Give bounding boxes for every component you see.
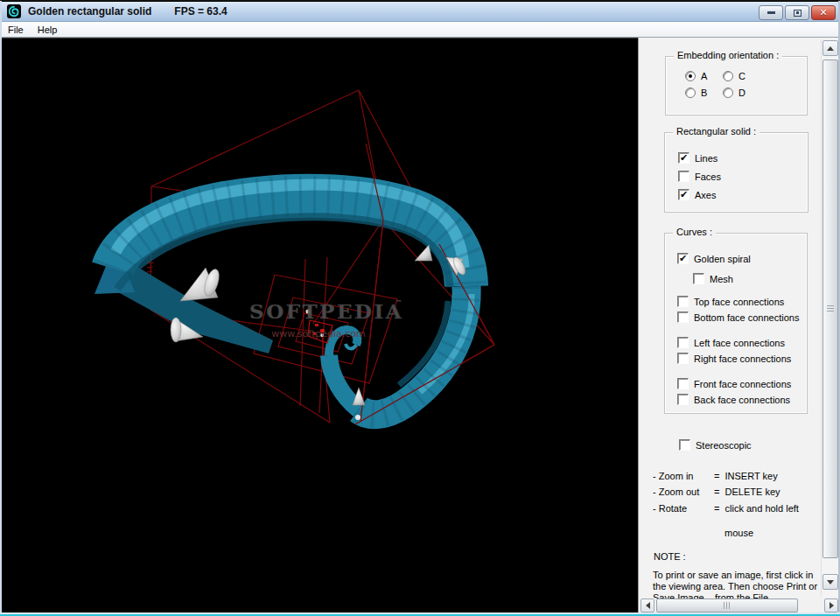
checkbox-row-left-face[interactable]: Left face connections bbox=[677, 337, 785, 348]
checkbox-label: Front face connections bbox=[694, 379, 791, 389]
checkbox-label: Mesh bbox=[710, 274, 733, 284]
radio-row-d[interactable]: D bbox=[723, 88, 746, 98]
group-title: Embedding orientation : bbox=[674, 50, 782, 60]
radio-orientation-a[interactable] bbox=[685, 71, 696, 81]
checkbox-golden-spiral[interactable] bbox=[677, 253, 689, 264]
checkbox-row-top-face[interactable]: Top face connections bbox=[677, 296, 784, 307]
note-line: To print or save an image, first click i… bbox=[653, 570, 826, 581]
group-title: Rectangular solid : bbox=[673, 126, 760, 136]
viewing-area[interactable]: SOFTPEDIA ™ www.softpedia.com bbox=[2, 38, 638, 613]
checkbox-label: Bottom face connections bbox=[694, 312, 799, 323]
radio-row-a[interactable]: A bbox=[685, 71, 707, 81]
group-embedding-orientation: Embedding orientation : A C B D bbox=[665, 56, 808, 116]
checkbox-right-face[interactable] bbox=[677, 353, 689, 364]
checkbox-top-face[interactable] bbox=[677, 296, 689, 307]
radio-label-b: B bbox=[701, 88, 707, 98]
checkbox-row-bottom-face[interactable]: Bottom face connections bbox=[677, 312, 799, 323]
control-panel: Embedding orientation : A C B D Rectangu… bbox=[638, 38, 838, 613]
checkbox-row-stereoscopic[interactable]: Stereoscopic bbox=[679, 439, 752, 451]
radio-label-a: A bbox=[701, 71, 707, 81]
checkbox-faces[interactable] bbox=[678, 171, 690, 182]
horizontal-scrollbar[interactable] bbox=[640, 598, 839, 613]
radio-row-b[interactable]: B bbox=[685, 88, 707, 98]
checkbox-bottom-face[interactable] bbox=[677, 312, 689, 323]
checkbox-label: Right face connections bbox=[694, 354, 791, 364]
checkbox-front-face[interactable] bbox=[677, 378, 689, 389]
thumb-grip bbox=[827, 305, 834, 312]
radio-orientation-b[interactable] bbox=[685, 88, 696, 98]
watermark: SOFTPEDIA ™ www.softpedia.com bbox=[249, 299, 403, 340]
watermark-tm: ™ bbox=[396, 299, 402, 307]
scroll-right-button[interactable] bbox=[824, 598, 838, 612]
radio-label-d: D bbox=[738, 88, 746, 98]
checkbox-mesh[interactable] bbox=[693, 273, 704, 284]
shortcut-key: = DELETE key bbox=[714, 486, 780, 497]
scroll-down-button[interactable] bbox=[822, 574, 838, 590]
close-icon: ✕ bbox=[819, 8, 827, 18]
checkbox-row-lines[interactable]: Lines bbox=[678, 152, 718, 164]
checkbox-label: Axes bbox=[695, 190, 716, 200]
checkbox-label: Left face connections bbox=[694, 338, 785, 348]
window-title: Golden rectangular solid bbox=[28, 5, 151, 18]
checkbox-back-face[interactable] bbox=[677, 394, 689, 405]
watermark-url: www.softpedia.com bbox=[271, 328, 365, 340]
titlebar[interactable]: Golden rectangular solid FPS = 63.4 ✕ bbox=[1, 2, 839, 22]
shortcut-zoom-out: - Zoom out = DELETE key bbox=[653, 486, 780, 497]
scroll-up-button[interactable] bbox=[822, 40, 838, 56]
maximize-button[interactable] bbox=[785, 5, 809, 20]
checkbox-label: Golden spiral bbox=[694, 254, 751, 264]
fps-readout: FPS = 63.4 bbox=[174, 5, 227, 18]
scroll-left-icon bbox=[646, 602, 650, 609]
scene-canvas: SOFTPEDIA ™ www.softpedia.com bbox=[2, 38, 638, 613]
checkbox-label: Stereoscopic bbox=[696, 440, 752, 451]
horizontal-scrollbar-thumb[interactable] bbox=[656, 598, 798, 612]
radio-row-c[interactable]: C bbox=[723, 71, 746, 81]
checkbox-row-back-face[interactable]: Back face connections bbox=[677, 394, 790, 405]
app-icon bbox=[7, 4, 21, 18]
checkbox-row-faces[interactable]: Faces bbox=[678, 171, 721, 182]
checkbox-stereoscopic[interactable] bbox=[679, 439, 690, 451]
minimize-icon bbox=[767, 11, 775, 14]
note-line: the viewing area. Then choose Print or bbox=[653, 581, 826, 592]
checkbox-left-face[interactable] bbox=[677, 337, 689, 348]
scroll-up-icon bbox=[827, 46, 834, 51]
menu-file[interactable]: File bbox=[1, 23, 31, 37]
shortcut-key: = click and hold left bbox=[714, 503, 799, 514]
checkbox-row-front-face[interactable]: Front face connections bbox=[677, 378, 791, 389]
checkbox-row-right-face[interactable]: Right face connections bbox=[677, 353, 791, 364]
shortcut-action: - Rotate bbox=[653, 503, 714, 514]
vertical-scrollbar-thumb[interactable] bbox=[822, 60, 838, 558]
scroll-right-icon bbox=[830, 602, 834, 609]
group-rectangular-solid: Rectangular solid : Lines Faces Axes bbox=[664, 132, 808, 213]
group-curves: Curves : Golden spiral Mesh Top face con… bbox=[664, 233, 808, 414]
checkbox-row-golden-spiral[interactable]: Golden spiral bbox=[677, 253, 751, 264]
checkbox-lines[interactable] bbox=[678, 152, 690, 164]
shortcut-action: - Zoom in bbox=[653, 471, 714, 481]
shortcut-zoom-in: - Zoom in = INSERT key bbox=[653, 471, 778, 481]
checkbox-row-axes[interactable]: Axes bbox=[678, 189, 716, 200]
checkbox-row-mesh[interactable]: Mesh bbox=[693, 273, 733, 284]
shortcut-continuation: mouse bbox=[724, 528, 753, 538]
group-title: Curves : bbox=[673, 227, 716, 237]
checkbox-label: Faces bbox=[695, 172, 721, 182]
scroll-down-icon bbox=[827, 580, 834, 584]
vertical-scrollbar[interactable] bbox=[821, 39, 838, 597]
close-button[interactable]: ✕ bbox=[811, 5, 836, 20]
app-window: Golden rectangular solid FPS = 63.4 ✕ Fi… bbox=[0, 0, 840, 616]
note-title: NOTE : bbox=[654, 551, 686, 562]
shortcut-action: - Zoom out bbox=[653, 486, 714, 497]
window-bottom-edge bbox=[0, 612, 840, 616]
checkbox-label: Back face connections bbox=[694, 395, 790, 405]
shortcut-rotate: - Rotate = click and hold left bbox=[653, 503, 799, 514]
checkbox-axes[interactable] bbox=[678, 189, 690, 200]
minimize-button[interactable] bbox=[759, 5, 783, 20]
scroll-left-button[interactable] bbox=[640, 598, 654, 612]
maximize-icon bbox=[794, 10, 802, 17]
menu-help[interactable]: Help bbox=[31, 23, 65, 37]
spiral-logo-icon bbox=[8, 5, 20, 18]
watermark-brand: SOFTPEDIA bbox=[249, 299, 403, 323]
thumb-grip bbox=[724, 602, 732, 609]
radio-label-c: C bbox=[738, 71, 746, 81]
radio-orientation-c[interactable] bbox=[723, 71, 733, 81]
radio-orientation-d[interactable] bbox=[723, 88, 733, 98]
